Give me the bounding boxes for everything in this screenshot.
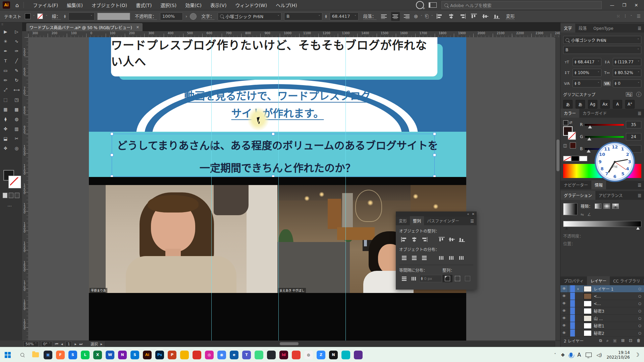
tool-button[interactable]: ⬓ [2,135,10,142]
tool-button[interactable]: ◳ [13,96,21,103]
tool-button[interactable]: ✒ [2,47,10,55]
align-h-left-button[interactable] [399,236,409,243]
visibility-eye-icon[interactable]: 👁 [560,329,568,337]
target-circle-icon[interactable]: ○ [638,324,641,327]
tools-grip[interactable]: ⠿ [0,22,22,26]
align-h-left-button[interactable] [435,12,444,21]
glyph-toggle-button[interactable]: Ax [600,100,610,109]
tool-button[interactable]: ▥ [13,125,21,132]
gradient-stop[interactable] [565,227,568,230]
taskbar-app[interactable]: W [106,351,114,359]
last-color-swatch[interactable] [570,142,576,148]
next-artboard-icon[interactable]: ▸ [74,342,76,346]
tool-button[interactable]: ✂ [13,135,21,142]
night-light-moon-icon[interactable]: ☽ [635,352,639,358]
tab-align[interactable]: 整列 [410,216,424,225]
document-close-icon[interactable]: ✕ [136,25,139,29]
info-icon[interactable]: i [636,92,641,97]
close-button[interactable]: ✕ [631,0,642,10]
layer-row[interactable]: 👁 <... ○ [560,300,644,307]
tool-button[interactable]: ↻ [13,76,21,84]
taskbar-app[interactable] [354,351,363,359]
document-tab[interactable]: ワードプレス商品バナー.ai* @ 50 % (RGB/プレビュー) ✕ [26,23,143,31]
taskbar-app[interactable] [292,351,301,359]
menu-item[interactable]: 効果(C) [181,0,206,10]
taskbar-app[interactable]: ◉ [217,351,226,359]
stroke-profile-preview[interactable] [97,13,130,20]
taskbar-search-button[interactable] [15,347,29,362]
transform-link[interactable]: 変形 [506,13,515,20]
panel-menu-icon[interactable]: ☰ [637,14,641,19]
gradient-thumbnail[interactable] [563,203,577,215]
tool-button[interactable]: T [2,57,10,64]
restore-button[interactable]: ❐ [619,0,630,10]
taskbar-app[interactable]: Ps [155,351,164,359]
visibility-eye-icon[interactable]: 👁 [560,300,568,307]
tab-cc-libraries[interactable]: CC ライブラリ [610,276,644,285]
status-expand-icon[interactable]: ▸ [101,342,103,346]
layer-name[interactable]: 山 ... [594,315,603,321]
r-value[interactable]: 35 [626,121,641,128]
tab-properties[interactable]: プロパティ [560,276,587,285]
visibility-eye-icon[interactable]: 👁 [560,322,568,329]
taskbar-app[interactable] [255,351,263,359]
distribute-top-button[interactable] [399,254,409,261]
make-mask-icon[interactable]: ▣ [613,338,617,343]
none-swatch[interactable] [563,156,571,161]
font-style-select[interactable]: B ˅ [563,46,641,54]
fill-stroke-control[interactable] [3,170,19,189]
expander-icon[interactable]: ∨ [577,287,582,291]
tool-button[interactable]: ✎ [13,67,21,74]
tab-color-guide[interactable]: カラーガイド [579,109,610,118]
r-slider[interactable] [585,124,624,126]
taskbar-app[interactable]: Id [279,351,288,359]
taskbar-app[interactable]: T [242,351,251,359]
delete-layer-icon[interactable]: 🗑 [637,338,641,343]
paragraph-label[interactable]: 段落： [363,13,376,20]
menu-item[interactable]: 編集(E) [62,0,87,10]
tab-character[interactable]: 文字 [560,23,575,33]
tool-button[interactable]: ✑ [13,47,21,55]
home-icon[interactable]: ⌂ [15,2,19,8]
spacing-stepper[interactable]: ▲▼ [421,277,423,281]
layer-name[interactable]: 秘密2 [594,330,604,336]
align-h-right-button[interactable] [419,236,429,243]
glyph-guides-icon[interactable]: Ag [626,92,632,97]
glyph-toggle-button[interactable]: A° [625,100,635,109]
vertical-scrollbar[interactable] [555,37,560,341]
target-circle-icon[interactable]: ○ [638,287,641,291]
reverse-gradient-icon[interactable]: ⇋ [581,212,584,217]
menu-item[interactable]: 書式(T) [131,0,156,10]
spacing-horizontal-button[interactable] [409,275,419,282]
tool-button[interactable]: ◍ [13,115,21,123]
network-display-icon[interactable] [586,353,592,357]
tool-button[interactable]: ✏ [2,76,10,84]
start-button[interactable] [0,347,15,362]
workspace-grid-icon[interactable]: ⁙ [616,14,620,19]
new-sublayer-icon[interactable]: ⊞ [621,338,625,343]
font-style-select[interactable]: B ˅ [284,12,322,20]
distribute-vcenter-button[interactable] [409,254,419,261]
help-search-input[interactable]: Adobe ヘルプを検索 [441,1,602,9]
layer-name[interactable]: レイヤー 1 [594,286,613,292]
target-circle-icon[interactable]: ○ [638,302,641,305]
align-to-key-button[interactable] [463,275,473,282]
stroke-color-well[interactable] [568,132,576,140]
font-family-select[interactable]: 小塚ゴシック Pr6N ˅ [218,12,281,20]
glyph-toggle-button[interactable]: あ [576,100,585,109]
stroke-weight-stepper[interactable]: ▲▼ [64,14,66,18]
align-h-center-button[interactable] [447,12,455,21]
edit-toolbar-icon[interactable]: ⋯ [7,203,12,208]
kerning-field[interactable]: ▲▼ 0 ˅ [573,79,601,87]
selection-handle[interactable] [433,154,436,157]
stroke-dropdown-icon[interactable]: ˅ [46,15,47,18]
character-label[interactable]: 文字： [201,13,214,20]
taskbar-app[interactable] [180,351,189,359]
align-to-artboard-button[interactable] [442,275,452,282]
draw-inside-icon[interactable] [15,193,19,198]
target-circle-icon[interactable]: ○ [638,294,641,298]
locate-object-icon[interactable]: ⌕ [606,338,609,343]
align-v-bottom-button[interactable] [457,236,467,243]
target-circle-icon[interactable]: ○ [638,309,641,313]
workspace-switcher-icon[interactable]: ⫶ [625,14,626,19]
